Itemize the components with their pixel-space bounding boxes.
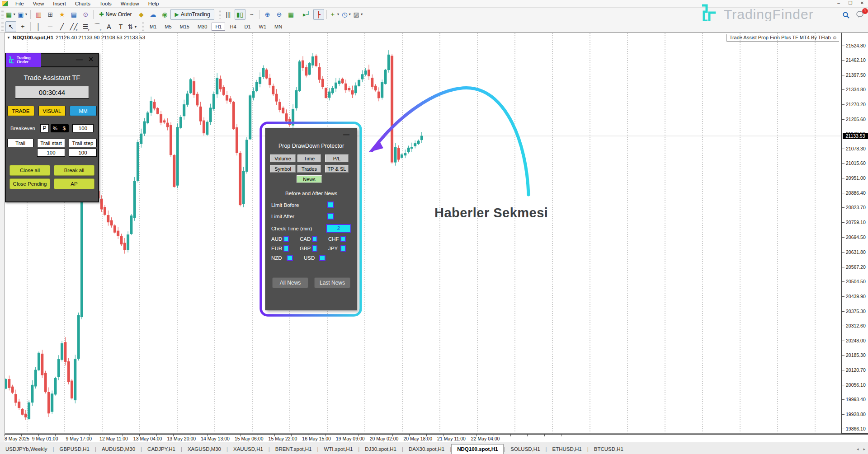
- toolbar-grip[interactable]: [219, 10, 221, 19]
- panel-minimize-icon[interactable]: —: [76, 56, 83, 63]
- toolbar-grip[interactable]: [1, 10, 4, 19]
- period-m1[interactable]: M1: [146, 23, 160, 31]
- metaeditor-icon[interactable]: ◆: [136, 9, 146, 20]
- symbol-tab-cadjpy[interactable]: CADJPY,H1: [142, 445, 181, 454]
- autotrading-button[interactable]: ▶ AutoTrading: [170, 9, 214, 20]
- trade-button[interactable]: TRADE: [7, 106, 34, 116]
- crosshair-icon[interactable]: ＋: [17, 21, 28, 32]
- symbol-tab-solusd[interactable]: SOLUSD,H1: [505, 445, 545, 454]
- ap-button[interactable]: AP: [54, 178, 94, 189]
- menu-tools[interactable]: Tools: [95, 0, 116, 7]
- currency-checkbox-jpy[interactable]: [340, 245, 346, 252]
- strategy-tester-icon[interactable]: ⊙: [80, 9, 91, 20]
- all-news-button[interactable]: All News: [272, 277, 308, 288]
- trail-start-button[interactable]: Trail start: [37, 139, 65, 147]
- price-axis[interactable]: 21524.8021462.1021397.5021334.8021270.20…: [841, 33, 868, 434]
- dialog-tab-news[interactable]: News: [297, 175, 322, 183]
- panel-close-icon[interactable]: ✕: [88, 56, 94, 63]
- visual-button[interactable]: VISUAL: [38, 106, 66, 116]
- periods-icon[interactable]: ◷▼: [341, 9, 352, 20]
- chart-area[interactable]: ▼ NDQ100.spot,H1 21126.40 21133.90 21108…: [5, 33, 841, 434]
- data-window-icon[interactable]: ⊞: [45, 9, 56, 20]
- trade-assistant-titlebar[interactable]: TradingFinder — ✕: [6, 54, 98, 67]
- signals-icon[interactable]: ◉: [159, 9, 170, 20]
- symbol-tab-gbpusd[interactable]: GBPUSD,H1: [54, 445, 94, 454]
- symbol-tab-xagusd[interactable]: XAGUSD,M30: [182, 445, 226, 454]
- arrows-icon[interactable]: ⇅▼: [127, 21, 138, 32]
- trendline-icon[interactable]: ╱: [57, 21, 67, 32]
- period-m5[interactable]: M5: [161, 23, 175, 31]
- terminal-icon[interactable]: ▤: [68, 9, 79, 20]
- currency-checkbox-usd[interactable]: [319, 255, 326, 261]
- new-order-button[interactable]: ✚ New Order: [95, 9, 135, 20]
- trail-step-button[interactable]: Trail step: [69, 139, 97, 147]
- close-all-button[interactable]: Close all: [9, 165, 50, 176]
- tile-windows-icon[interactable]: ▦: [286, 9, 297, 20]
- hline-icon[interactable]: ─: [45, 21, 56, 32]
- breakeven-percent-button[interactable]: %: [51, 124, 60, 132]
- trail-start-input[interactable]: 100: [37, 149, 65, 157]
- channel-icon[interactable]: ╱╱E: [68, 21, 79, 32]
- close-pending-button[interactable]: Close Pending: [9, 178, 50, 189]
- dialog-tab-trades[interactable]: Trades: [297, 165, 321, 173]
- notifications-icon[interactable]: 1: [856, 11, 864, 19]
- symbol-tab-ethusd[interactable]: ETHUSD,H1: [547, 445, 587, 454]
- symbol-tab-wti.spot[interactable]: WTI.spot,H1: [318, 445, 358, 454]
- currency-checkbox-cad[interactable]: [312, 236, 317, 242]
- currency-checkbox-eur[interactable]: [283, 245, 289, 252]
- dialog-tab-symbol[interactable]: Symbol: [270, 165, 296, 173]
- chart-shift-icon[interactable]: ┡: [313, 9, 324, 20]
- label-icon[interactable]: T: [115, 21, 126, 32]
- community-icon[interactable]: ☁: [147, 9, 158, 20]
- fibo-icon[interactable]: ☰F: [80, 21, 91, 32]
- period-mn[interactable]: MN: [271, 23, 286, 31]
- period-m15[interactable]: M15: [176, 23, 193, 31]
- menu-charts[interactable]: Charts: [71, 0, 95, 7]
- indicators-icon[interactable]: ＋▼: [329, 9, 340, 20]
- bar-chart-icon[interactable]: |||: [223, 9, 234, 20]
- cursor-icon[interactable]: ↖: [5, 21, 16, 32]
- symbol-tab-dj30.spot[interactable]: DJ30.spot,H1: [359, 445, 402, 454]
- trail-button[interactable]: Trail: [7, 139, 33, 147]
- menu-insert[interactable]: Insert: [48, 0, 71, 7]
- breakeven-points-button[interactable]: P: [40, 124, 49, 132]
- menu-view[interactable]: View: [28, 0, 49, 7]
- symbol-tab-ndq100.spot[interactable]: NDQ100.spot,H1: [451, 444, 504, 454]
- period-m30[interactable]: M30: [194, 23, 211, 31]
- symbol-tab-audusd[interactable]: AUDUSD,M30: [96, 445, 141, 454]
- limit-after-checkbox[interactable]: [327, 213, 334, 220]
- check-time-input[interactable]: 2: [326, 224, 351, 233]
- currency-checkbox-nzd[interactable]: [287, 255, 293, 261]
- auto-scroll-icon[interactable]: ▸┘: [302, 9, 312, 20]
- menu-window[interactable]: Window: [116, 0, 144, 7]
- new-chart-icon[interactable]: ▦▼: [5, 9, 16, 20]
- breakeven-value-input[interactable]: 100: [72, 124, 94, 132]
- period-d1[interactable]: D1: [241, 23, 255, 31]
- navigator-icon[interactable]: ★: [57, 9, 67, 20]
- symbol-tab-usdjpyb[interactable]: USDJPYb,Weekly: [0, 445, 52, 454]
- toolbar-grip[interactable]: [142, 22, 144, 31]
- currency-checkbox-gbp[interactable]: [312, 245, 317, 252]
- dialog-tab-volume[interactable]: Volume: [270, 154, 296, 162]
- vline-icon[interactable]: │: [33, 21, 44, 32]
- last-news-button[interactable]: Last News: [314, 277, 350, 288]
- dialog-tab-time[interactable]: Time: [297, 154, 321, 162]
- limit-before-checkbox[interactable]: [327, 201, 334, 208]
- date-axis[interactable]: 8 May 20259 May 01:009 May 17:0012 May 1…: [5, 434, 868, 442]
- trail-step-input[interactable]: 100: [69, 149, 97, 157]
- window-close-icon[interactable]: ✕: [858, 0, 866, 5]
- period-w1[interactable]: W1: [255, 23, 270, 31]
- window-minimize-icon[interactable]: –: [835, 0, 843, 5]
- toolbar-grip[interactable]: [1, 22, 4, 31]
- templates-icon[interactable]: ▨▼: [353, 9, 364, 20]
- period-h4[interactable]: H4: [226, 23, 240, 31]
- break-all-button[interactable]: Break all: [54, 165, 94, 176]
- menu-help[interactable]: Help: [144, 0, 164, 7]
- mm-button[interactable]: MM: [70, 106, 97, 116]
- menu-file[interactable]: File: [11, 0, 28, 7]
- window-restore-icon[interactable]: ❐: [846, 0, 854, 5]
- period-h1[interactable]: H1: [212, 23, 225, 31]
- tabs-scroll-right-icon[interactable]: ▸: [863, 447, 865, 451]
- currency-checkbox-aud[interactable]: [283, 236, 289, 242]
- tabs-scroll-left-icon[interactable]: ◂: [857, 447, 859, 451]
